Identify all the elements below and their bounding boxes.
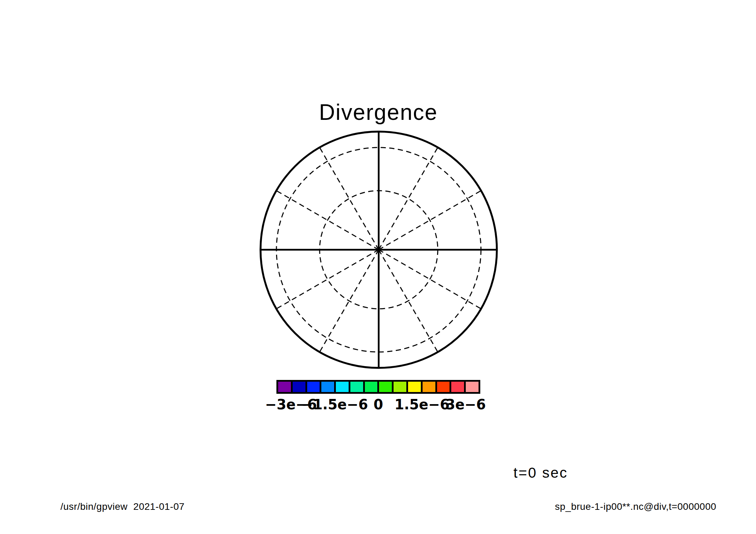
colorbar-tick-label: −1.5e−6 bbox=[301, 397, 368, 412]
colorbar-labels: −3e−6−1.5e−601.5e−63e−6 bbox=[0, 397, 756, 414]
colorbar-cell bbox=[365, 382, 378, 392]
colorbar-cell bbox=[321, 382, 334, 392]
time-label: t=0 sec bbox=[513, 465, 568, 481]
colorbar-cell bbox=[451, 382, 464, 392]
colorbar-cell bbox=[379, 382, 392, 392]
colorbar-cell bbox=[408, 382, 421, 392]
colorbar-cell bbox=[437, 382, 450, 392]
footer-dataset-text: sp_brue-1-ip00**.nc@div,t=0000000 bbox=[555, 501, 716, 512]
colorbar-tick-label: 1.5e−6 bbox=[395, 397, 450, 412]
colorbar-cell bbox=[278, 382, 291, 392]
colorbar-cell bbox=[423, 382, 435, 392]
colorbar-tick-label: 3e−6 bbox=[446, 397, 486, 412]
gpview-plot-page: Divergence −3e−6−1.5e−601.5 bbox=[0, 0, 756, 534]
colorbar-cell bbox=[466, 382, 479, 392]
colorbar-cell bbox=[394, 382, 406, 392]
meridian-30 bbox=[379, 147, 438, 250]
colorbar-tick-label: 0 bbox=[374, 397, 383, 412]
colorbar-cell bbox=[307, 382, 320, 392]
colorbar-cell bbox=[336, 382, 349, 392]
colorbar bbox=[276, 380, 480, 394]
meridian-330 bbox=[320, 147, 379, 250]
polar-grid bbox=[261, 132, 497, 368]
footer-command-text: /usr/bin/gpview 2021-01-07 bbox=[60, 501, 185, 512]
polar-plot bbox=[0, 0, 756, 534]
meridian-240 bbox=[276, 250, 379, 309]
colorbar-cell bbox=[350, 382, 363, 392]
colorbar-cell bbox=[293, 382, 305, 392]
